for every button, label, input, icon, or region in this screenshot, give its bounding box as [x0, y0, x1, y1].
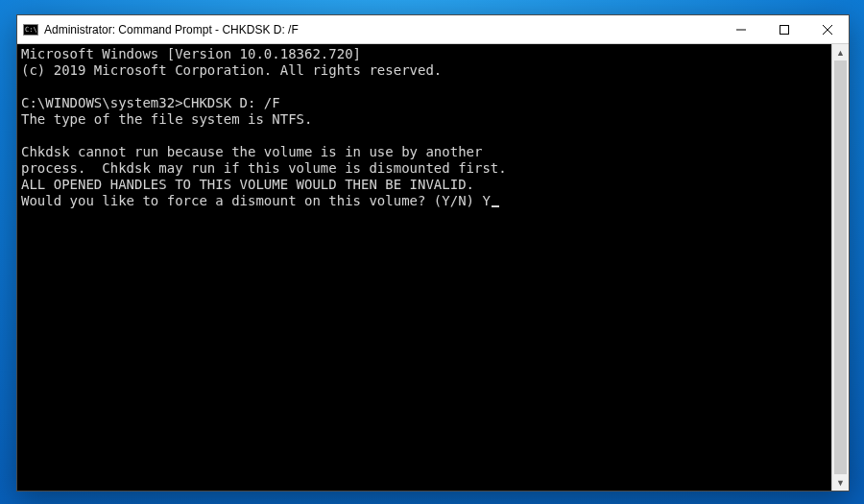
output-line: Would you like to force a dismount on th…	[21, 193, 491, 208]
text-cursor	[492, 205, 499, 207]
output-line: ALL OPENED HANDLES TO THIS VOLUME WOULD …	[21, 177, 474, 192]
scroll-up-button[interactable]: ▲	[832, 44, 849, 60]
vertical-scrollbar[interactable]: ▲ ▼	[831, 44, 849, 491]
minimize-button[interactable]	[719, 15, 762, 43]
output-line: Microsoft Windows [Version 10.0.18362.72…	[21, 46, 361, 61]
scroll-thumb[interactable]	[834, 60, 847, 474]
desktop-background: C:\ Administrator: Command Prompt - CHKD…	[0, 0, 864, 504]
chevron-up-icon: ▲	[836, 48, 845, 58]
output-line: Chkdsk cannot run because the volume is …	[21, 144, 482, 159]
window-title: Administrator: Command Prompt - CHKDSK D…	[44, 23, 719, 36]
scroll-track[interactable]	[832, 60, 849, 474]
svg-line-5	[823, 25, 832, 35]
cmd-icon: C:\	[23, 22, 38, 37]
output-line: C:\WINDOWS\system32>CHKDSK D: /F	[21, 95, 280, 110]
chevron-down-icon: ▼	[836, 478, 845, 488]
svg-text:C:\: C:\	[25, 26, 37, 34]
titlebar[interactable]: C:\ Administrator: Command Prompt - CHKD…	[17, 15, 849, 44]
command-prompt-window: C:\ Administrator: Command Prompt - CHKD…	[16, 14, 850, 492]
client-area: Microsoft Windows [Version 10.0.18362.72…	[17, 44, 849, 491]
window-controls	[719, 15, 849, 43]
close-button[interactable]	[805, 15, 849, 43]
scroll-down-button[interactable]: ▼	[832, 474, 849, 491]
maximize-button[interactable]	[762, 15, 805, 43]
output-line: The type of the file system is NTFS.	[21, 111, 312, 127]
output-line: (c) 2019 Microsoft Corporation. All righ…	[21, 62, 442, 78]
svg-line-4	[823, 25, 832, 35]
terminal-output[interactable]: Microsoft Windows [Version 10.0.18362.72…	[17, 44, 831, 491]
svg-rect-3	[780, 25, 788, 34]
output-line: process. Chkdsk may run if this volume i…	[21, 160, 507, 176]
